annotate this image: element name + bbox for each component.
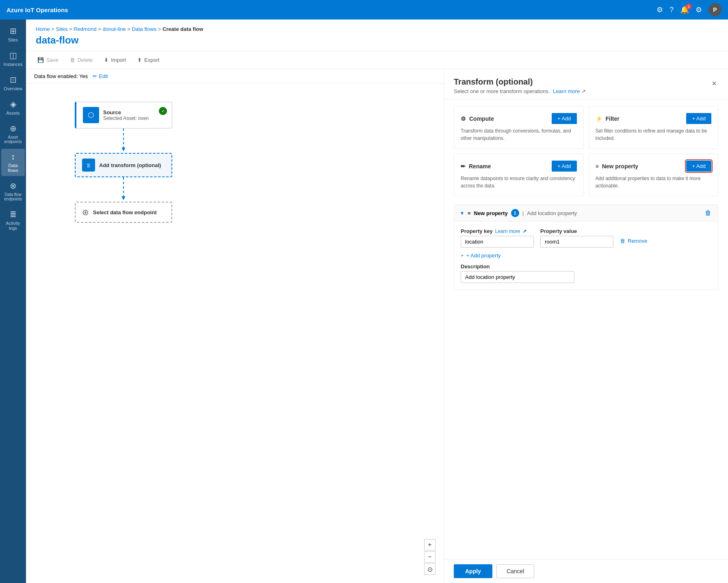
activity-logs-icon: ≣ bbox=[10, 209, 17, 219]
operations-grid: ⚙ Compute + Add Transform data through c… bbox=[454, 106, 718, 196]
data-flow-endpoints-icon: ⊗ bbox=[10, 181, 17, 191]
key-external-link-icon: ↗ bbox=[522, 228, 526, 234]
avatar[interactable]: P bbox=[708, 3, 722, 16]
export-label: Export bbox=[144, 57, 160, 63]
source-title: Source bbox=[103, 109, 149, 115]
np-separator: | bbox=[522, 210, 524, 216]
arrow-down-2: ▼ bbox=[120, 194, 127, 202]
fit-button[interactable]: ⊙ bbox=[424, 563, 436, 575]
sidebar-label-data-flows: Data flows bbox=[3, 163, 23, 173]
endpoint-header: ⊛ Select data flow endpoint bbox=[82, 207, 165, 217]
property-key-label: Property key Learn more ↗ bbox=[461, 228, 534, 234]
connector-2: ▼ bbox=[120, 177, 127, 202]
breadcrumb-sites[interactable]: Sites bbox=[56, 26, 68, 32]
np-delete-button[interactable]: 🗑 bbox=[705, 209, 711, 217]
arrow-down-1: ▼ bbox=[120, 146, 127, 153]
import-button[interactable]: ⬇ Import bbox=[99, 54, 131, 65]
compute-icon: ⚙ bbox=[461, 115, 466, 122]
sidebar-item-activity-logs[interactable]: ≣ Activity logs bbox=[1, 206, 25, 234]
breadcrumb-data-flows[interactable]: Data flows bbox=[132, 26, 156, 32]
source-node[interactable]: ⋯ ⬡ Source Selected Asset: oven ✓ bbox=[75, 102, 172, 128]
cancel-button[interactable]: Cancel bbox=[496, 564, 535, 578]
help-icon[interactable]: ? bbox=[670, 6, 674, 14]
canvas-controls: + − ⊙ bbox=[424, 539, 436, 575]
sidebar-label-assets: Assets bbox=[6, 111, 20, 115]
compute-add-button[interactable]: + Add bbox=[552, 113, 577, 124]
sidebar-item-asset-endpoints[interactable]: ⊕ Asset endpoints bbox=[1, 120, 25, 147]
property-key-input[interactable] bbox=[461, 236, 534, 248]
export-button[interactable]: ⬆ Export bbox=[132, 54, 165, 65]
settings2-icon[interactable]: ⚙ bbox=[696, 5, 702, 14]
remove-button[interactable]: 🗑 Remove bbox=[620, 238, 647, 244]
sidebar-item-overview[interactable]: ⊡ Overview bbox=[1, 72, 25, 94]
np-trash-icon: 🗑 bbox=[705, 209, 711, 216]
save-button[interactable]: 💾 Save bbox=[32, 54, 63, 65]
property-key-col: Property key Learn more ↗ bbox=[461, 228, 534, 248]
sidebar-label-sites: Sites bbox=[8, 37, 18, 42]
sidebar-item-assets[interactable]: ◈ Assets bbox=[1, 96, 25, 119]
rename-card: ✏ Rename + Add Rename datapoints to ensu… bbox=[454, 154, 584, 196]
endpoint-icon: ⊛ bbox=[82, 207, 89, 217]
property-value-col: Property value bbox=[540, 228, 613, 248]
enabled-bar: Data flow enabled: Yes ✏ Edit bbox=[26, 69, 444, 84]
sidebar-item-data-flows[interactable]: ↕ Data flows bbox=[1, 149, 25, 176]
apply-button[interactable]: Apply bbox=[454, 564, 492, 578]
sidebar-item-data-flow-endpoints[interactable]: ⊗ Data flow endpoints bbox=[1, 178, 25, 204]
transform-header: ⧖ Add transform (optional) bbox=[82, 159, 165, 172]
property-row: Property key Learn more ↗ Property value bbox=[461, 228, 711, 248]
panel-learn-more-link[interactable]: Learn more bbox=[553, 88, 580, 94]
zoom-in-button[interactable]: + bbox=[424, 539, 436, 550]
canvas-nodes: ⋯ ⬡ Source Selected Asset: oven ✓ bbox=[75, 102, 172, 223]
breadcrumb: Home > Sites > Redmond > donut-line > Da… bbox=[36, 26, 718, 32]
sidebar-item-instances[interactable]: ◫ Instances bbox=[1, 47, 25, 70]
transform-node[interactable]: ⧖ Add transform (optional) bbox=[75, 153, 172, 177]
add-prop-icon: + bbox=[461, 252, 464, 259]
new-property-card: ≡ New property + Add Add additional prop… bbox=[589, 154, 719, 196]
instances-icon: ◫ bbox=[9, 50, 17, 60]
compute-name: ⚙ Compute bbox=[461, 115, 494, 122]
new-property-section: ▾ ≡ New property 1 | Add location proper… bbox=[454, 204, 718, 290]
content-area: Home > Sites > Redmond > donut-line > Da… bbox=[26, 20, 728, 583]
property-value-input[interactable] bbox=[540, 236, 613, 248]
endpoint-node[interactable]: ⊛ Select data flow endpoint bbox=[75, 202, 172, 223]
rename-desc: Rename datapoints to ensure clarity and … bbox=[461, 175, 577, 189]
sidebar-item-sites[interactable]: ⊞ Sites bbox=[1, 23, 25, 46]
filter-icon: ⚡ bbox=[596, 115, 602, 122]
delete-button[interactable]: 🗑 Delete bbox=[65, 54, 98, 65]
filter-add-button[interactable]: + Add bbox=[686, 113, 711, 124]
sidebar-label-activity-logs: Activity logs bbox=[3, 221, 23, 231]
connector-1: ▼ bbox=[120, 128, 127, 153]
breadcrumb-redmond[interactable]: Redmond bbox=[74, 26, 96, 32]
collapse-icon[interactable]: ▾ bbox=[461, 210, 464, 216]
sidebar-label-instances: Instances bbox=[3, 62, 22, 67]
key-learn-more-link[interactable]: Learn more bbox=[495, 228, 520, 234]
remove-icon: 🗑 bbox=[620, 238, 625, 244]
delete-label: Delete bbox=[78, 57, 93, 63]
notification-icon[interactable]: 🔔 1 bbox=[680, 5, 689, 14]
notification-badge: 1 bbox=[686, 4, 691, 9]
delete-icon: 🗑 bbox=[70, 57, 75, 63]
rename-name: ✏ Rename bbox=[461, 163, 491, 170]
panel-title: Transform (optional) bbox=[454, 77, 586, 87]
filter-name: ⚡ Filter bbox=[596, 115, 620, 122]
source-check-icon: ✓ bbox=[159, 107, 167, 115]
breadcrumb-home[interactable]: Home bbox=[36, 26, 50, 32]
panel-close-button[interactable]: × bbox=[710, 77, 718, 90]
breadcrumb-current: Create data flow bbox=[162, 26, 203, 32]
new-property-add-button[interactable]: + Add bbox=[686, 161, 711, 172]
settings-icon[interactable]: ⚙ bbox=[656, 5, 663, 14]
save-icon: 💾 bbox=[37, 57, 44, 63]
export-icon: ⬆ bbox=[137, 57, 142, 63]
add-property-button[interactable]: + + Add property bbox=[461, 252, 501, 259]
page-title: data-flow bbox=[36, 35, 718, 51]
flow-canvas: Data flow enabled: Yes ✏ Edit ⋯ ⬡ Source bbox=[26, 69, 444, 583]
breadcrumb-donut-line[interactable]: donut-line bbox=[102, 26, 126, 32]
edit-button[interactable]: ✏ Edit bbox=[93, 73, 108, 79]
np-title-text: New property bbox=[474, 210, 508, 216]
rename-add-button[interactable]: + Add bbox=[552, 161, 577, 172]
panel-subtitle: Select one or more transform operations.… bbox=[454, 88, 586, 94]
data-flows-icon: ↕ bbox=[11, 152, 15, 161]
property-value-label: Property value bbox=[540, 228, 613, 234]
zoom-out-button[interactable]: − bbox=[424, 551, 436, 563]
description-input[interactable] bbox=[461, 271, 574, 283]
